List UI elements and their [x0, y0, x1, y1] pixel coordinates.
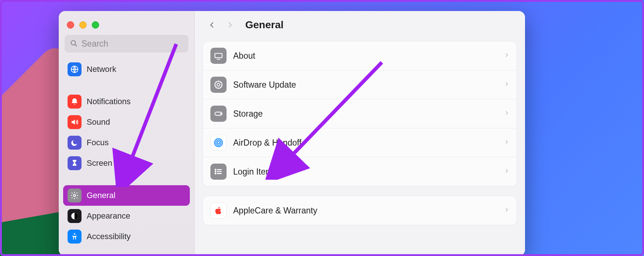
sidebar-item-sound[interactable]: Sound — [63, 112, 190, 132]
search-icon — [70, 39, 78, 49]
content-header: General — [203, 11, 517, 41]
sidebar-item-notifications[interactable]: Notifications — [63, 91, 190, 112]
sidebar-item-label: Sound — [87, 117, 110, 127]
sidebar-item-general[interactable]: General — [63, 185, 190, 206]
row-applecare-warranty[interactable]: AppleCare & Warranty — [203, 196, 517, 225]
minimize-window-button[interactable] — [79, 21, 87, 29]
sidebar-item-appearance[interactable]: Appearance — [63, 206, 190, 226]
chevron-right-icon — [504, 110, 509, 117]
gear-icon — [210, 77, 227, 93]
chevron-right-icon — [504, 139, 509, 146]
airdrop-icon — [210, 135, 227, 151]
row-software-update[interactable]: Software Update — [203, 70, 517, 99]
page-title: General — [245, 19, 283, 31]
sidebar-item-accessibility[interactable]: Accessibility — [63, 226, 190, 247]
chevron-right-icon — [504, 81, 509, 88]
search-container — [59, 35, 194, 57]
sidebar-item-screen-time[interactable]: Screen Time — [63, 153, 190, 173]
svg-point-18 — [215, 169, 216, 170]
svg-line-1 — [75, 44, 77, 46]
moon-icon — [68, 136, 82, 150]
row-label: Login Items — [233, 167, 498, 177]
sidebar: Network Notifications Sound Focus — [59, 11, 195, 256]
svg-point-0 — [71, 40, 76, 45]
sidebar-item-focus[interactable]: Focus — [63, 132, 190, 153]
row-label: Storage — [233, 109, 498, 119]
system-settings-window: Network Notifications Sound Focus — [59, 11, 525, 256]
speaker-icon — [68, 115, 82, 129]
storage-icon — [210, 106, 227, 122]
accessibility-icon — [68, 230, 82, 244]
row-storage[interactable]: Storage — [203, 99, 517, 128]
row-label: Software Update — [233, 80, 498, 90]
display-icon — [210, 48, 227, 64]
sidebar-item-label: Network — [87, 65, 116, 74]
back-button[interactable] — [205, 18, 220, 32]
forward-button[interactable] — [222, 18, 237, 32]
row-label: AirDrop & Handoff — [233, 138, 498, 148]
sidebar-item-label: Screen Time — [87, 158, 132, 168]
main-content: General About Software Update — [195, 11, 525, 256]
svg-rect-6 — [215, 54, 222, 58]
apple-logo-icon — [210, 202, 227, 219]
svg-point-13 — [216, 140, 221, 145]
settings-group-2: AppleCare & Warranty — [203, 196, 517, 225]
close-window-button[interactable] — [67, 21, 74, 29]
svg-point-8 — [217, 83, 220, 86]
chevron-right-icon — [504, 207, 509, 214]
settings-group-1: About Software Update Storage — [203, 41, 517, 186]
window-controls — [59, 15, 194, 35]
row-label: AppleCare & Warranty — [233, 206, 498, 216]
chevron-right-icon — [504, 168, 509, 175]
chevron-right-icon — [504, 52, 509, 59]
sidebar-item-label: Focus — [87, 138, 109, 147]
sidebar-list: Network Notifications Sound Focus — [59, 57, 194, 249]
sidebar-item-label: Appearance — [87, 211, 130, 221]
list-icon — [210, 164, 227, 180]
sidebar-item-network[interactable]: Network — [63, 59, 190, 80]
row-label: About — [233, 51, 498, 61]
svg-point-12 — [217, 142, 220, 144]
globe-icon — [68, 62, 82, 76]
search-field[interactable] — [65, 35, 188, 52]
row-airdrop-handoff[interactable]: AirDrop & Handoff — [203, 128, 517, 157]
maximize-window-button[interactable] — [92, 21, 99, 29]
svg-point-5 — [74, 233, 75, 235]
row-about[interactable]: About — [203, 41, 517, 70]
svg-point-3 — [73, 194, 76, 197]
sidebar-item-label: Accessibility — [87, 232, 131, 241]
search-input[interactable] — [82, 39, 183, 49]
svg-point-19 — [215, 171, 216, 172]
sidebar-item-label: General — [87, 191, 115, 200]
contrast-icon — [68, 209, 82, 223]
bell-icon — [68, 95, 82, 109]
hourglass-icon — [68, 156, 82, 170]
row-login-items[interactable]: Login Items — [203, 157, 517, 186]
svg-point-20 — [215, 173, 216, 174]
svg-point-11 — [220, 113, 221, 114]
sidebar-item-label: Notifications — [87, 97, 131, 106]
gear-icon — [68, 189, 82, 202]
